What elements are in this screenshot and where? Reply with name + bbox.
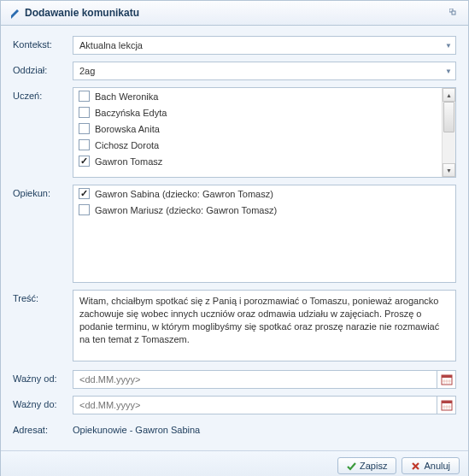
student-item[interactable]: Baczyńska Edyta <box>73 104 442 120</box>
scroll-up-icon[interactable]: ▲ <box>443 88 455 102</box>
row-wazny-od: Ważny od: <box>13 370 456 389</box>
label-kontekst: Kontekst: <box>13 36 73 50</box>
row-oddzial: Oddział: 2ag ▼ <box>13 62 456 80</box>
scroll-down-icon[interactable]: ▼ <box>443 163 455 177</box>
label-wazny-do: Ważny do: <box>13 396 73 409</box>
checkbox[interactable] <box>79 123 90 134</box>
svg-rect-1 <box>452 11 455 15</box>
checkbox[interactable] <box>79 204 90 215</box>
label-oddzial: Oddział: <box>13 62 73 75</box>
student-label: Cichosz Dorota <box>95 140 159 150</box>
row-adresat: Adresat: Opiekunowie - Gawron Sabina <box>13 421 456 435</box>
textarea-tresc[interactable] <box>73 290 456 361</box>
footer: Zapisz Anuluj <box>1 450 468 476</box>
chevron-down-icon: ▼ <box>445 68 452 75</box>
check-icon <box>347 461 356 471</box>
listbox-guardians[interactable]: Gawron Sabina (dziecko: Gawron Tomasz)Ga… <box>73 185 456 283</box>
edit-icon <box>9 8 21 19</box>
student-label: Gawron Tomasz <box>95 156 162 167</box>
listbox-students[interactable]: Bach WeronikaBaczyńska EdytaBorowska Ani… <box>73 87 456 178</box>
select-oddzial[interactable]: 2ag ▼ <box>73 62 456 80</box>
student-item[interactable]: Cichosz Dorota <box>73 137 442 153</box>
checkbox[interactable] <box>79 107 90 118</box>
select-oddzial-value: 2ag <box>79 66 445 76</box>
guardian-label: Gawron Mariusz (dziecko: Gawron Tomasz) <box>95 205 277 215</box>
svg-rect-3 <box>442 375 452 378</box>
scrollbar[interactable]: ▲ ▼ <box>442 88 455 177</box>
guardian-item[interactable]: Gawron Sabina (dziecko: Gawron Tomasz) <box>73 185 455 202</box>
save-button-label: Zapisz <box>360 461 387 471</box>
calendar-icon[interactable] <box>437 396 456 414</box>
checkbox[interactable] <box>79 156 90 167</box>
value-adresat: Opiekunowie - Gawron Sabina <box>73 421 456 435</box>
student-item[interactable]: Gawron Tomasz <box>73 153 442 169</box>
student-item[interactable]: Bach Weronika <box>73 88 442 104</box>
chevron-down-icon: ▼ <box>445 42 452 50</box>
cancel-button-label: Anuluj <box>424 461 450 471</box>
close-icon[interactable] <box>448 7 460 19</box>
checkbox[interactable] <box>79 91 90 102</box>
form-body: Kontekst: Aktualna lekcja ▼ Oddział: 2ag… <box>1 26 468 450</box>
label-tresc: Treść: <box>13 290 73 303</box>
window-title: Dodawanie komunikatu <box>25 7 448 19</box>
label-wazny-od: Ważny od: <box>13 370 73 384</box>
row-uczen: Uczeń: Bach WeronikaBaczyńska EdytaBorow… <box>13 87 456 178</box>
input-wazny-do[interactable] <box>73 396 437 414</box>
guardian-item[interactable]: Gawron Mariusz (dziecko: Gawron Tomasz) <box>73 202 455 218</box>
calendar-icon[interactable] <box>437 370 456 389</box>
row-wazny-do: Ważny do: <box>13 396 456 414</box>
svg-rect-9 <box>442 401 452 403</box>
label-adresat: Adresat: <box>13 421 73 435</box>
row-kontekst: Kontekst: Aktualna lekcja ▼ <box>13 36 456 55</box>
checkbox[interactable] <box>79 139 90 150</box>
student-label: Baczyńska Edyta <box>95 108 167 118</box>
select-kontekst-value: Aktualna lekcja <box>79 40 445 50</box>
scroll-thumb[interactable] <box>443 102 454 132</box>
dialog-window: Dodawanie komunikatu Kontekst: Aktualna … <box>0 0 469 476</box>
label-uczen: Uczeń: <box>13 87 73 101</box>
guardian-label: Gawron Sabina (dziecko: Gawron Tomasz) <box>95 189 273 199</box>
cancel-icon <box>411 461 420 471</box>
save-button[interactable]: Zapisz <box>337 457 396 474</box>
label-opiekun: Opiekun: <box>13 185 73 198</box>
select-kontekst[interactable]: Aktualna lekcja ▼ <box>73 36 456 55</box>
student-item[interactable]: Borowska Anita <box>73 120 442 137</box>
cancel-button[interactable]: Anuluj <box>402 457 460 474</box>
scroll-track[interactable] <box>443 102 455 163</box>
checkbox[interactable] <box>79 188 90 199</box>
student-label: Borowska Anita <box>95 124 160 134</box>
row-opiekun: Opiekun: Gawron Sabina (dziecko: Gawron … <box>13 185 456 283</box>
input-wazny-od[interactable] <box>73 370 437 389</box>
titlebar: Dodawanie komunikatu <box>1 1 468 26</box>
student-label: Bach Weronika <box>95 91 158 102</box>
row-tresc: Treść: <box>13 290 456 363</box>
